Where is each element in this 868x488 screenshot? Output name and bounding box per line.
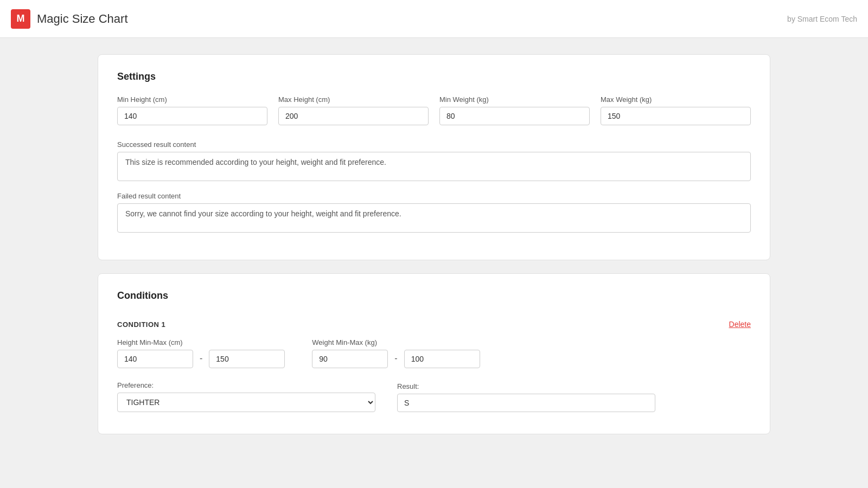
failed-group: Failed result content xyxy=(117,192,751,233)
max-weight-group: Max Weight (kg) xyxy=(601,95,751,125)
min-height-label: Min Height (cm) xyxy=(117,95,267,104)
settings-title: Settings xyxy=(117,71,751,82)
main-content: Settings Min Height (cm) Max Height (cm)… xyxy=(0,38,868,488)
condition-1-header: CONDITION 1 Delete xyxy=(117,320,751,329)
success-group: Successed result content xyxy=(117,140,751,181)
app-title: Magic Size Chart xyxy=(37,12,128,26)
delete-button[interactable]: Delete xyxy=(729,320,751,329)
weight-separator: - xyxy=(392,354,399,363)
height-min-input[interactable] xyxy=(117,350,193,368)
header-left: M Magic Size Chart xyxy=(11,9,128,29)
max-height-input[interactable] xyxy=(278,107,429,125)
height-max-input[interactable] xyxy=(209,350,285,368)
min-weight-group: Min Weight (kg) xyxy=(439,95,590,125)
settings-row: Min Height (cm) Max Height (cm) Min Weig… xyxy=(117,95,751,125)
height-minmax-inputs: - xyxy=(117,350,285,368)
condition-1-block: CONDITION 1 Delete Height Min-Max (cm) -… xyxy=(117,314,751,418)
weight-minmax-label: Weight Min-Max (kg) xyxy=(312,338,480,346)
condition-1-title: CONDITION 1 xyxy=(117,320,165,329)
logo-letter: M xyxy=(17,13,25,24)
weight-minmax-group: Weight Min-Max (kg) - xyxy=(312,338,480,368)
app-header: M Magic Size Chart by Smart Ecom Tech xyxy=(0,0,868,38)
conditions-card: Conditions CONDITION 1 Delete Height Min… xyxy=(98,273,770,434)
result-group: Result: xyxy=(397,382,655,412)
conditions-title: Conditions xyxy=(117,290,751,301)
failed-label: Failed result content xyxy=(117,192,751,200)
success-textarea[interactable] xyxy=(117,152,751,181)
logo-box: M xyxy=(11,9,30,29)
min-weight-input[interactable] xyxy=(439,107,590,125)
byline: by Smart Ecom Tech xyxy=(787,15,857,23)
min-weight-label: Min Weight (kg) xyxy=(439,95,590,104)
max-height-label: Max Height (cm) xyxy=(278,95,429,104)
max-weight-input[interactable] xyxy=(601,107,751,125)
preference-group: Preference: TIGHTER REGULAR LOOSER xyxy=(117,381,375,412)
failed-textarea[interactable] xyxy=(117,203,751,233)
height-minmax-label: Height Min-Max (cm) xyxy=(117,338,285,346)
result-label: Result: xyxy=(397,382,655,390)
weight-min-input[interactable] xyxy=(312,350,388,368)
height-separator: - xyxy=(197,354,205,363)
min-height-input[interactable] xyxy=(117,107,267,125)
height-minmax-group: Height Min-Max (cm) - xyxy=(117,338,285,368)
result-input[interactable] xyxy=(397,394,655,412)
success-label: Successed result content xyxy=(117,140,751,149)
settings-card: Settings Min Height (cm) Max Height (cm)… xyxy=(98,54,770,260)
preference-label: Preference: xyxy=(117,381,375,389)
weight-minmax-inputs: - xyxy=(312,350,480,368)
preference-select[interactable]: TIGHTER REGULAR LOOSER xyxy=(117,393,375,412)
max-height-group: Max Height (cm) xyxy=(278,95,429,125)
weight-max-input[interactable] xyxy=(404,350,480,368)
max-weight-label: Max Weight (kg) xyxy=(601,95,751,104)
min-height-group: Min Height (cm) xyxy=(117,95,267,125)
preference-result-row: Preference: TIGHTER REGULAR LOOSER Resul… xyxy=(117,381,751,412)
